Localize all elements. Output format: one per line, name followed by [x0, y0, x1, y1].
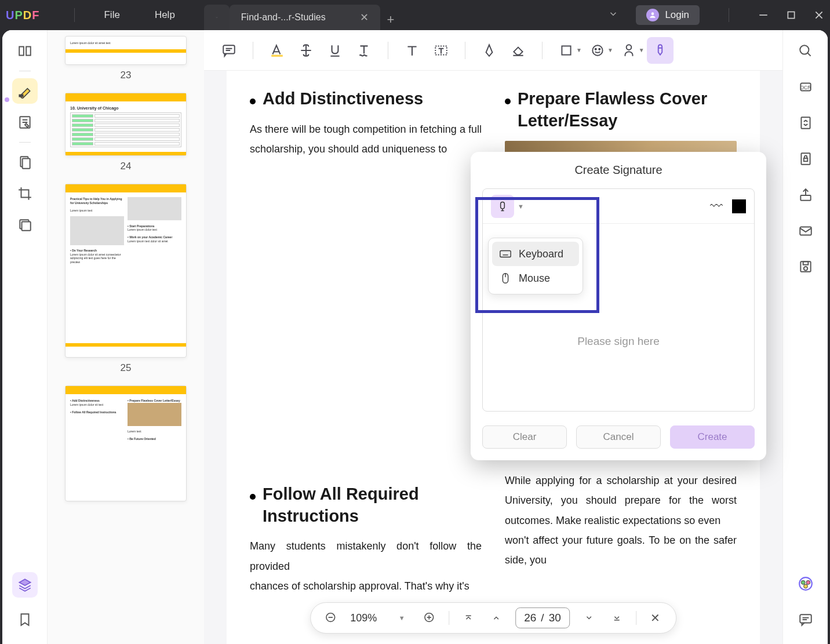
crop-button[interactable]	[12, 181, 38, 206]
menu-help[interactable]: Help	[155, 9, 175, 21]
close-button[interactable]	[814, 10, 824, 20]
canvas: ▼ ▼ ▼ Add Distinctiveness As there will …	[204, 30, 782, 644]
chat-button[interactable]	[793, 607, 818, 632]
right-rail: OCR	[782, 30, 828, 644]
search-button[interactable]	[793, 38, 818, 64]
status-bar: 109% ▼ 26 / 30 ✕	[310, 602, 676, 634]
thumbnail-24[interactable]: 10. University of Chicago 24	[65, 93, 187, 172]
svg-rect-54	[800, 227, 811, 235]
svg-line-47	[807, 53, 810, 56]
tab-active[interactable]: Find-and-...r-Studies ✕	[230, 5, 380, 30]
svg-rect-62	[800, 614, 811, 623]
login-button[interactable]: Login	[636, 5, 700, 25]
thumbnail-25[interactable]: Practical Tips to Help You in Applying f…	[65, 184, 187, 374]
svg-point-26	[626, 45, 631, 50]
prev-page-button[interactable]	[487, 609, 505, 627]
signature-tool[interactable]	[647, 37, 674, 64]
svg-rect-22	[562, 46, 570, 54]
indicator-dot	[5, 97, 9, 102]
ai-button[interactable]	[793, 571, 818, 596]
keyboard-icon	[499, 248, 512, 260]
body-text: While applying for a scholarship at your…	[505, 471, 737, 530]
pencil-tool[interactable]	[476, 37, 503, 64]
thumbnail-26[interactable]: • Add DistinctivenessLorem ipsum dolor s…	[65, 385, 187, 501]
protect-button[interactable]	[793, 146, 818, 172]
svg-rect-5	[19, 95, 23, 97]
comment-tool[interactable]	[216, 37, 242, 64]
new-tab-button[interactable]: +	[380, 9, 401, 30]
heading: Follow All Required Instructions	[263, 483, 482, 527]
stroke-style-icon[interactable]: 〰	[710, 199, 723, 214]
email-button[interactable]	[793, 218, 818, 243]
color-swatch[interactable]	[732, 199, 746, 213]
signature-placeholder: Please sign here	[577, 335, 660, 348]
layers-button[interactable]	[12, 572, 38, 598]
shape-tool[interactable]: ▼	[553, 37, 582, 64]
dropdown-label: Mouse	[519, 272, 550, 285]
zoom-in-button[interactable]	[421, 609, 438, 627]
textbox-tool[interactable]	[428, 37, 454, 64]
divider	[74, 8, 75, 22]
share-button[interactable]	[793, 182, 818, 208]
dropdown-label: Keyboard	[519, 248, 563, 260]
strikethrough-tool[interactable]	[293, 37, 319, 64]
svg-rect-53	[800, 195, 810, 201]
text-tool[interactable]	[399, 37, 425, 64]
squiggly-tool[interactable]	[351, 37, 377, 64]
body-text: Many students mistakenly don't follow th…	[250, 536, 482, 576]
last-page-button[interactable]	[608, 609, 625, 627]
mouse-icon	[499, 272, 512, 285]
zoom-dropdown[interactable]: ▼	[393, 609, 410, 627]
create-button[interactable]: Create	[670, 425, 755, 449]
stamp-tool[interactable]: ▼	[584, 37, 613, 64]
minimize-button[interactable]	[758, 10, 769, 20]
svg-rect-2	[788, 12, 794, 18]
page-input[interactable]: 26 / 30	[515, 607, 570, 628]
thumbnail-23[interactable]: Lorem ipsum dolor sit amet text 23	[65, 36, 187, 81]
tab-prev[interactable]	[204, 5, 230, 30]
ocr-button[interactable]: OCR	[793, 74, 818, 100]
close-statusbar-button[interactable]: ✕	[647, 609, 664, 627]
chevron-down-icon[interactable]: ▼	[518, 203, 524, 210]
input-mode-button[interactable]	[491, 195, 514, 218]
svg-rect-56	[803, 261, 808, 264]
save-button[interactable]	[793, 254, 818, 279]
signature-canvas[interactable]: ▼ 〰 Please sign here	[482, 188, 755, 412]
pages-button[interactable]	[12, 212, 38, 238]
bookmark-button[interactable]	[12, 607, 38, 632]
tab-close-icon[interactable]: ✕	[360, 11, 369, 24]
svg-point-60	[806, 581, 810, 585]
highlight-tool[interactable]	[264, 37, 290, 64]
dropdown-item-mouse[interactable]: Mouse	[492, 266, 579, 290]
dropdown-item-keyboard[interactable]: Keyboard	[492, 242, 579, 266]
menu-file[interactable]: File	[104, 9, 119, 21]
body-text: As there will be tough competition in fe…	[250, 119, 482, 159]
maximize-button[interactable]	[786, 10, 796, 20]
highlight-button[interactable]	[12, 78, 38, 104]
svg-rect-51	[801, 153, 810, 165]
convert-button[interactable]	[793, 110, 818, 136]
organize-button[interactable]	[12, 150, 38, 175]
next-page-button[interactable]	[580, 609, 598, 627]
thumbnail-label: 24	[121, 161, 132, 172]
svg-point-0	[651, 12, 654, 15]
svg-point-24	[595, 48, 596, 49]
eraser-tool[interactable]	[505, 37, 532, 64]
input-mode-dropdown: Keyboard Mouse	[488, 238, 583, 294]
clear-button[interactable]: Clear	[482, 425, 567, 449]
tab-label: Find-and-...r-Studies	[241, 12, 360, 23]
body-text: won't affect your future goals. To be on…	[505, 530, 737, 570]
svg-rect-10	[22, 159, 30, 169]
dropdown-icon[interactable]	[608, 9, 618, 21]
edit-text-button[interactable]	[12, 110, 38, 135]
attachment-tool[interactable]: ▼	[616, 37, 645, 64]
zoom-out-button[interactable]	[322, 609, 340, 627]
reader-mode-button[interactable]	[12, 38, 38, 64]
first-page-button[interactable]	[460, 609, 477, 627]
underline-tool[interactable]	[322, 37, 348, 64]
cancel-button[interactable]: Cancel	[576, 425, 661, 449]
annotation-toolbar: ▼ ▼ ▼	[204, 30, 782, 71]
dialog-title: Create Signature	[482, 163, 755, 177]
chevron-down-icon	[216, 13, 218, 21]
svg-rect-17	[271, 54, 283, 56]
